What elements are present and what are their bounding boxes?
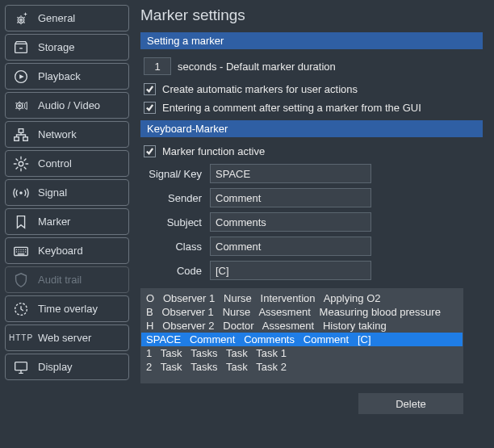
network-icon bbox=[12, 126, 30, 144]
svg-rect-8 bbox=[23, 136, 28, 140]
marker-active-label: Marker function active bbox=[162, 145, 265, 157]
sidebar-item-label: Time overlay bbox=[38, 303, 98, 315]
sidebar-item-storage[interactable]: Storage bbox=[5, 34, 129, 61]
sidebar-item-web-server[interactable]: HTTP Web server bbox=[5, 324, 129, 351]
sidebar-item-label: Control bbox=[38, 157, 72, 170]
main-panel: Marker settings Setting a marker seconds… bbox=[129, 0, 494, 448]
list-item[interactable]: 1 Task Tasks Task Task 1 bbox=[141, 346, 463, 360]
marker-active-checkbox[interactable] bbox=[144, 145, 156, 157]
sidebar-item-marker[interactable]: Marker bbox=[5, 208, 129, 235]
sidebar-item-audio-video[interactable]: Audio / Video bbox=[5, 92, 129, 119]
subject-input[interactable] bbox=[210, 212, 371, 232]
sidebar-item-label: Network bbox=[38, 128, 77, 140]
sidebar-item-label: Signal bbox=[38, 186, 67, 199]
control-icon bbox=[12, 155, 30, 173]
svg-point-5 bbox=[19, 104, 20, 106]
svg-rect-7 bbox=[15, 136, 19, 140]
code-input[interactable] bbox=[210, 261, 371, 280]
signal-icon bbox=[12, 184, 30, 202]
sidebar: General Storage Playback Audio / Video N… bbox=[0, 0, 129, 448]
svg-point-1 bbox=[20, 19, 23, 21]
sidebar-item-keyboard[interactable]: Keyboard bbox=[5, 237, 129, 264]
gear-av-icon bbox=[12, 97, 30, 115]
comment-after-label: Entering a comment after setting a marke… bbox=[162, 102, 421, 114]
class-label: Class bbox=[140, 241, 210, 253]
sidebar-item-network[interactable]: Network bbox=[5, 121, 129, 148]
shield-icon bbox=[12, 271, 30, 289]
delete-button[interactable]: Delete bbox=[358, 393, 463, 414]
sidebar-item-label: Display bbox=[38, 361, 73, 373]
sidebar-item-audit-trail[interactable]: Audit trail bbox=[5, 266, 129, 293]
list-item[interactable]: H Observer 2 Doctor Assesment History ta… bbox=[141, 319, 463, 333]
subject-label: Subject bbox=[140, 216, 210, 228]
signal-key-label: Signal/ Key bbox=[140, 168, 210, 180]
sidebar-item-playback[interactable]: Playback bbox=[5, 63, 129, 90]
sidebar-item-label: Marker bbox=[38, 216, 70, 228]
sidebar-item-display[interactable]: Display bbox=[5, 354, 129, 380]
sender-label: Sender bbox=[140, 192, 210, 204]
bookmark-icon bbox=[12, 213, 30, 231]
auto-markers-checkbox[interactable] bbox=[144, 83, 156, 95]
sidebar-item-label: Keyboard bbox=[38, 245, 83, 257]
storage-icon bbox=[12, 39, 30, 57]
play-circle-icon bbox=[12, 68, 30, 86]
svg-point-10 bbox=[19, 191, 23, 195]
class-input[interactable] bbox=[210, 237, 371, 256]
gear-sparkle-icon bbox=[12, 10, 30, 27]
default-duration-label: seconds - Default marker duration bbox=[178, 61, 336, 73]
section-keyboard-marker: Keyboard-Marker bbox=[140, 120, 483, 137]
svg-rect-6 bbox=[19, 128, 23, 132]
sidebar-item-label: Playback bbox=[38, 70, 81, 82]
list-item[interactable]: SPACE Comment Comments Comment [C] bbox=[141, 333, 463, 346]
sidebar-item-label: Storage bbox=[38, 41, 75, 53]
sidebar-item-general[interactable]: General bbox=[5, 5, 129, 31]
list-item[interactable]: 2 Task Tasks Task Task 2 bbox=[141, 360, 463, 374]
clock-icon bbox=[12, 300, 30, 318]
code-label: Code bbox=[140, 265, 210, 277]
auto-markers-label: Create automatic markers for user action… bbox=[162, 83, 358, 95]
marker-list[interactable]: O Observer 1 Nurse Intervention Applying… bbox=[140, 288, 463, 383]
svg-rect-12 bbox=[15, 362, 27, 370]
signal-key-input[interactable] bbox=[210, 164, 371, 183]
sidebar-item-label: Audit trail bbox=[38, 274, 82, 286]
list-item[interactable]: O Observer 1 Nurse Intervention Applying… bbox=[141, 291, 463, 305]
svg-point-4 bbox=[17, 103, 23, 108]
default-duration-input[interactable] bbox=[144, 57, 171, 75]
page-title: Marker settings bbox=[140, 6, 483, 24]
list-item[interactable]: B Observer 1 Nurse Assesment Measuring b… bbox=[141, 305, 463, 319]
comment-after-checkbox[interactable] bbox=[144, 102, 156, 114]
sidebar-item-signal[interactable]: Signal bbox=[5, 179, 129, 206]
sender-input[interactable] bbox=[210, 188, 371, 207]
keyboard-icon bbox=[12, 242, 30, 260]
http-icon: HTTP bbox=[12, 329, 30, 347]
display-icon bbox=[12, 358, 30, 376]
sidebar-item-label: Audio / Video bbox=[38, 99, 100, 111]
section-setting-marker: Setting a marker bbox=[140, 32, 483, 49]
sidebar-item-label: Web server bbox=[38, 332, 91, 344]
svg-point-9 bbox=[19, 161, 23, 166]
sidebar-item-control[interactable]: Control bbox=[5, 150, 129, 177]
sidebar-item-time-overlay[interactable]: Time overlay bbox=[5, 295, 129, 322]
sidebar-item-label: General bbox=[38, 12, 75, 24]
svg-point-0 bbox=[18, 17, 23, 23]
